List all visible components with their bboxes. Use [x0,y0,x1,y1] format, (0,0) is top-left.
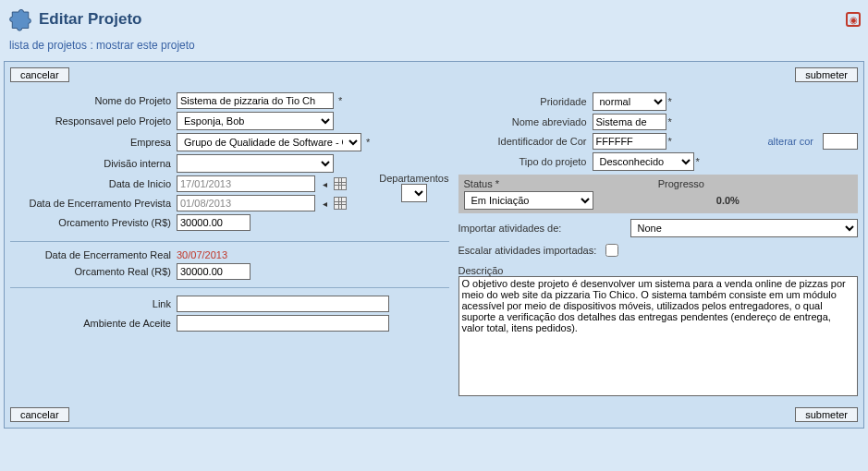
budget-input[interactable] [177,214,251,231]
real-budget-input[interactable] [177,263,251,280]
priority-select[interactable]: normal [593,92,666,111]
breadcrumb-show-link[interactable]: mostrar este projeto [96,39,195,52]
departments-label: Departamentos [379,173,448,184]
description-label: Descrição [458,265,859,276]
change-color-link[interactable]: alterar cor [762,136,819,147]
start-date-calendar-icon[interactable] [334,177,347,190]
import-label: Importar atividades de: [458,223,625,234]
color-swatch[interactable] [823,133,858,150]
real-budget-label: Orcamento Real (R$) [10,266,177,277]
priority-label: Prioridade [458,96,593,107]
description-textarea[interactable] [458,276,859,396]
progress-value: 0.0% [716,195,740,206]
real-end-label: Data de Encerramento Real [10,249,177,260]
shortname-label: Nome abreviado [458,116,593,127]
owner-label: Responsavel pelo Projeto [10,115,177,127]
lifebuoy-icon[interactable]: ◉ [846,12,861,27]
start-date-label: Data de Inicio [10,178,177,189]
division-select[interactable] [177,154,334,173]
page-title: Editar Projeto [39,10,141,29]
color-id-label: Identificador de Cor [458,136,593,147]
division-label: Divisão interna [10,158,177,169]
owner-select[interactable]: Esponja, Bob [177,112,334,130]
company-label: Empresa [10,137,177,148]
project-name-label: Nome do Projeto [10,95,177,106]
escalate-checkbox[interactable] [605,244,618,257]
budget-label: Orcamento Previsto (R$) [10,217,177,228]
cancel-button-bottom[interactable]: cancelar [10,407,69,422]
escalate-label: Escalar atividades importadas: [458,245,597,256]
env-label: Ambiente de Aceite [10,318,177,329]
submit-button-bottom[interactable]: submeter [795,407,858,422]
type-select[interactable]: Desconhecido [593,152,694,171]
progress-label: Progresso [658,178,852,189]
import-select[interactable]: None [630,219,859,237]
start-date-input[interactable] [177,175,315,192]
status-label: Status * [464,178,658,189]
end-date-label: Data de Encerramento Prevista [10,198,177,209]
shortname-input[interactable] [593,114,666,130]
link-label: Link [10,298,177,309]
link-input[interactable] [177,296,389,312]
status-block: Status * Progresso Em Iniciação 0.0% [458,175,859,213]
end-date-prev-icon[interactable]: ◂ [318,197,331,210]
puzzle-icon [7,6,33,33]
status-select[interactable]: Em Iniciação [464,191,593,210]
breadcrumb-list-link[interactable]: lista de projetos [9,39,87,52]
project-name-input[interactable] [177,92,334,109]
breadcrumb: lista de projetos : mostrar este projeto [4,35,864,61]
submit-button[interactable]: submeter [795,67,858,82]
cancel-button[interactable]: cancelar [10,67,69,82]
color-id-input[interactable] [593,133,666,150]
start-date-prev-icon[interactable]: ◂ [318,177,331,190]
departments-select[interactable] [401,184,427,202]
env-input[interactable] [177,315,389,332]
company-select[interactable]: Grupo de Qualidade de Software - GQS [177,133,361,151]
type-label: Tipo do projeto [458,156,593,167]
real-end-value: 30/07/2013 [177,249,227,260]
end-date-calendar-icon[interactable] [334,197,347,210]
end-date-input[interactable] [177,195,315,211]
